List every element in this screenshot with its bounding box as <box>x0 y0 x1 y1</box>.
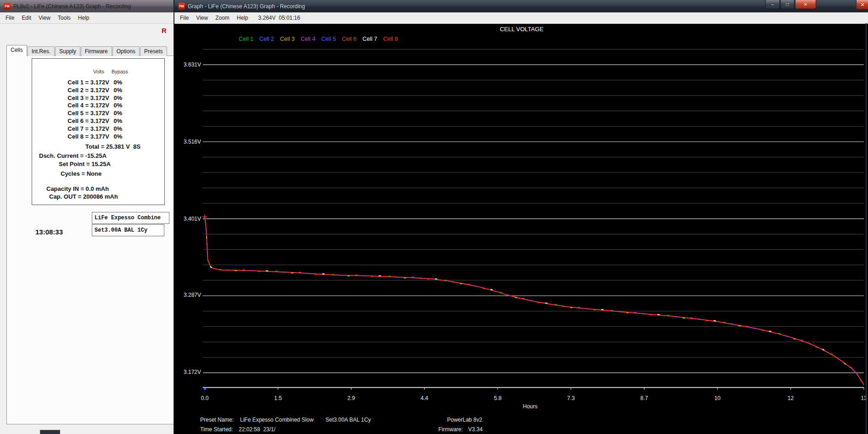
right-titlebar[interactable]: FM Graph - LiFe (Chinese A123) Graph - R… <box>174 0 868 12</box>
tab-firmware[interactable]: Firmware <box>81 46 112 56</box>
footer-device: PowerLab 8v2 <box>447 417 482 423</box>
menu-item-file[interactable]: File <box>2 13 18 22</box>
capacity-in-line: Capacity IN = 0.0 mAh <box>46 185 109 192</box>
svg-text:8.7: 8.7 <box>640 395 648 401</box>
cell-volts: Cell 5 = 3.172V <box>37 110 109 117</box>
svg-text:5.8: 5.8 <box>494 395 502 401</box>
cycles-line: Cycles = None <box>61 170 101 177</box>
legend-cell5: Cell 5 <box>321 36 336 42</box>
menu-item-zoom[interactable]: Zoom <box>212 13 233 22</box>
cell-volts: Cell 7 = 3.172V <box>37 125 109 132</box>
cell-bypass: 0% <box>112 79 124 86</box>
menu-item-edit[interactable]: Edit <box>18 13 35 22</box>
legend-cell7: Cell 7 <box>363 36 377 42</box>
window-edge-line <box>866 23 867 434</box>
tab-intres[interactable]: Int.Res. <box>28 46 55 56</box>
cell-bypass: 0% <box>112 133 124 140</box>
footer-time-label: Time Started: <box>200 426 233 433</box>
right-menubar: FileViewZoomHelp <box>176 13 252 22</box>
legend-cell6: Cell 6 <box>342 36 357 42</box>
cell-volts: Cell 6 = 3.172V <box>37 117 109 124</box>
cell-row: Cell 4 = 3.172V0% <box>0 102 174 110</box>
footer-preset-label: Preset Name: <box>200 417 234 423</box>
right-window-title: Graph - LiFe (Chinese A123) Graph - Reco… <box>188 3 305 10</box>
recording-indicator: R <box>162 27 167 34</box>
preset-combo-detail[interactable]: Set3.00A BAL 1Cy <box>92 224 164 236</box>
cell-row: Cell 1 = 3.172V0% <box>0 79 174 87</box>
corner-close-button[interactable]: ✕ <box>856 0 868 10</box>
cell-volts: Cell 3 = 3.172V <box>37 95 109 101</box>
svg-text:10: 10 <box>714 395 721 401</box>
menu-item-view[interactable]: View <box>35 13 54 22</box>
cell-bypass: 0% <box>112 110 124 117</box>
legend-cell4: Cell 4 <box>301 36 315 42</box>
cell-volts: Cell 2 = 3.172V <box>37 87 109 94</box>
menu-item-help[interactable]: Help <box>74 13 93 22</box>
svg-text:3.287V: 3.287V <box>184 292 201 298</box>
footer-firmware-value: V3.34 <box>468 426 482 433</box>
maximize-button[interactable]: □ <box>780 0 795 9</box>
footer-time-value: 22:02:58 23/1/ <box>239 426 275 433</box>
svg-text:7.3: 7.3 <box>567 395 575 401</box>
left-titlebar[interactable]: FM PL8v2 - LiFe (Chinese A123) Graph - R… <box>0 0 174 12</box>
footer-preset-detail: Set3.00A BAL 1Cy <box>325 417 371 423</box>
cell-row: Cell 8 = 3.177V0% <box>0 133 174 141</box>
footer-preset-name: LiFe Expesso Combined Slow <box>240 417 314 423</box>
clock: 13:08:33 <box>35 228 63 236</box>
menu-item-file[interactable]: File <box>176 13 192 22</box>
cell-bypass: 0% <box>112 125 124 132</box>
cell-row: Cell 6 = 3.172V0% <box>0 117 174 125</box>
window-button-group: – □ ✕ <box>765 0 816 9</box>
close-button[interactable]: ✕ <box>795 0 816 9</box>
app-icon[interactable]: FM <box>4 3 11 10</box>
cap-out-line: Cap. OUT = 200086 mAh <box>49 193 118 200</box>
chart-svg[interactable]: 3.631V3.516V3.401V3.287V3.172V0.01.52.94… <box>174 23 868 434</box>
bottom-stub-button[interactable] <box>40 430 60 434</box>
cell-bypass: 0% <box>112 87 124 94</box>
chart-legend: Cell 1Cell 2Cell 3Cell 4Cell 5Cell 6Cell… <box>239 36 398 42</box>
tab-presets[interactable]: Presets <box>140 46 167 56</box>
dsch-current-line: Dsch. Current = -15.25A <box>39 152 106 159</box>
tab-cells[interactable]: Cells <box>6 45 27 56</box>
cell-volts: Cell 4 = 3.172V <box>37 102 109 109</box>
menu-item-tools[interactable]: Tools <box>54 13 74 22</box>
cell-volts: Cell 1 = 3.172V <box>37 79 109 86</box>
menu-item-help[interactable]: Help <box>233 13 252 22</box>
charger-window: FM PL8v2 - LiFe (Chinese A123) Graph - R… <box>0 0 174 434</box>
menu-item-view[interactable]: View <box>192 13 212 22</box>
cell-row: Cell 5 = 3.172V0% <box>0 110 174 117</box>
cell-row: Cell 2 = 3.172V0% <box>0 87 174 95</box>
bypass-header: Bypass <box>108 69 132 74</box>
graph-window: FM Graph - LiFe (Chinese A123) Graph - R… <box>174 0 868 434</box>
svg-text:4.4: 4.4 <box>420 395 428 401</box>
cell-bypass: 0% <box>112 95 124 101</box>
cell-bypass: 0% <box>112 117 124 124</box>
left-menubar: FileEditViewToolsHelp <box>0 12 174 24</box>
svg-text:3.172V: 3.172V <box>184 369 201 375</box>
svg-text:1.5: 1.5 <box>274 395 282 401</box>
cell-volts: Cell 8 = 3.177V <box>37 133 109 140</box>
legend-cell3: Cell 3 <box>280 36 295 42</box>
svg-text:2.9: 2.9 <box>347 395 355 401</box>
legend-cell1: Cell 1 <box>239 36 253 42</box>
cell-bypass: 0% <box>112 102 124 109</box>
tab-strip: CellsInt.Res.SupplyFirmwareOptionsPreset… <box>6 45 168 56</box>
svg-text:0.0: 0.0 <box>201 395 209 401</box>
cell-row: Cell 3 = 3.172V0% <box>0 95 174 102</box>
footer-firmware-label: Firmware: <box>438 426 463 433</box>
svg-text:Hours: Hours <box>523 403 538 410</box>
legend-cell8: Cell 8 <box>383 36 398 42</box>
left-window-title: PL8v2 - LiFe (Chinese A123) Graph - Reco… <box>13 3 131 10</box>
total-line: Total = 25.381 V 8S <box>85 143 140 150</box>
svg-text:3.516V: 3.516V <box>184 139 201 145</box>
tab-options[interactable]: Options <box>112 46 140 56</box>
tab-supply[interactable]: Supply <box>55 46 80 56</box>
status-readout: 3.264V 05:01:16 <box>258 15 300 21</box>
svg-text:3.631V: 3.631V <box>184 61 201 68</box>
right-menubar-wrap: FileViewZoomHelp 3.264V 05:01:16 <box>174 12 868 24</box>
graph-app-icon[interactable]: FM <box>178 3 185 10</box>
cell-rows: Cell 1 = 3.172V0%Cell 2 = 3.172V0%Cell 3… <box>0 79 174 143</box>
chart-title: CELL VOLTAGE <box>174 26 868 33</box>
preset-combo-name[interactable]: LiFe Expesso Combine <box>92 212 169 224</box>
minimize-button[interactable]: – <box>765 0 780 9</box>
